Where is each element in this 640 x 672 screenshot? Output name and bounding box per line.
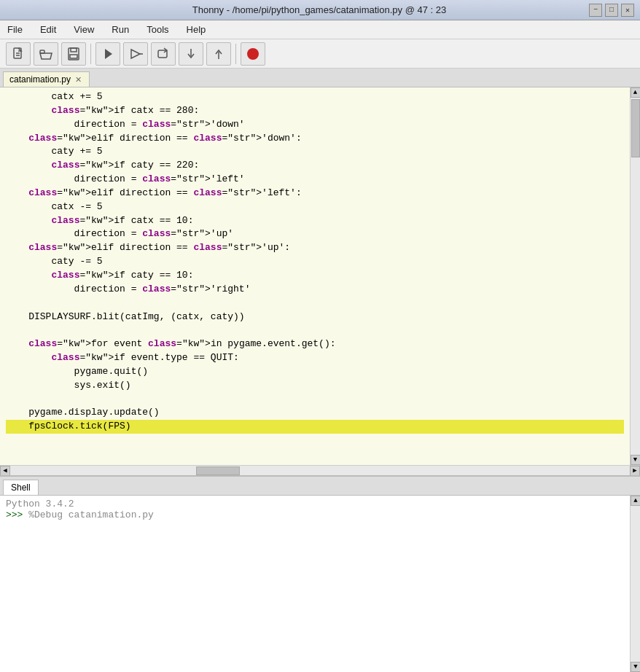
stop-button[interactable] <box>241 42 265 66</box>
code-line: class="kw">elif direction == class="str"… <box>6 241 624 255</box>
shell-prompt-line: >>> %Debug catanimation.py <box>6 509 624 520</box>
code-line <box>6 324 624 337</box>
code-line: direction = class="str">'down' <box>6 118 624 132</box>
toolbar-separator-1 <box>90 44 91 64</box>
menu-item-view[interactable]: View <box>71 23 97 36</box>
code-line: catx += 5 <box>6 90 624 104</box>
code-line: direction = class="str">'up' <box>6 227 624 241</box>
horizontal-scrollbar[interactable]: ◀ ▶ <box>0 465 640 475</box>
svg-point-13 <box>247 48 259 60</box>
minimize-button[interactable]: − <box>589 4 602 17</box>
code-line: class="kw">elif direction == class="str"… <box>6 132 624 146</box>
scroll-up-arrow[interactable]: ▲ <box>631 87 641 98</box>
menu-item-edit[interactable]: Edit <box>37 23 59 36</box>
svg-marker-7 <box>105 49 112 59</box>
code-line: caty -= 5 <box>6 255 624 269</box>
shell-tab-bar: Shell <box>0 477 640 496</box>
code-line: direction = class="str">'right' <box>6 283 624 297</box>
shell-panel: Shell Python 3.4.2 >>> %Debug catanimati… <box>0 475 640 672</box>
window-title: Thonny - /home/pi/python_games/catanimat… <box>50 4 589 15</box>
menu-item-help[interactable]: Help <box>184 23 209 36</box>
menu-item-tools[interactable]: Tools <box>144 23 171 36</box>
debug-button[interactable] <box>123 42 148 66</box>
shell-vscrollbar[interactable]: ▲ ▼ <box>630 496 640 672</box>
save-button[interactable] <box>61 42 86 66</box>
shell-tab[interactable]: Shell <box>3 480 39 495</box>
title-bar: Thonny - /home/pi/python_games/catanimat… <box>0 0 640 20</box>
scroll-left-arrow[interactable]: ◀ <box>0 466 10 476</box>
shell-scroll-up[interactable]: ▲ <box>631 496 640 506</box>
code-line: class="kw">if catx == 10: <box>6 214 624 228</box>
h-scroll-track <box>10 466 630 475</box>
shell-command: %Debug catanimation.py <box>23 509 153 520</box>
run-button[interactable] <box>95 42 120 66</box>
svg-rect-5 <box>71 48 77 52</box>
shell-content[interactable]: Python 3.4.2 >>> %Debug catanimation.py <box>0 496 630 672</box>
main-area: catanimation.py ✕ catx += 5 class="kw">i… <box>0 69 640 672</box>
h-scroll-thumb[interactable] <box>196 466 240 475</box>
editor-panel: catanimation.py ✕ catx += 5 class="kw">i… <box>0 69 640 475</box>
scroll-track <box>631 98 640 455</box>
code-line <box>6 393 624 407</box>
maximize-button[interactable]: □ <box>605 4 618 17</box>
code-line: class="kw">if event.type == QUIT: <box>6 351 624 365</box>
code-line: class="kw">if catx == 280: <box>6 104 624 118</box>
code-line <box>6 297 624 310</box>
code-line: fpsClock.tick(FPS) <box>6 420 624 434</box>
step-into-button[interactable] <box>179 42 203 66</box>
shell-scroll-down[interactable]: ▼ <box>631 662 640 672</box>
python-version: Python 3.4.2 <box>6 499 624 509</box>
menu-item-run[interactable]: Run <box>109 23 132 36</box>
code-line: DISPLAYSURF.blit(catImg, (catx, caty)) <box>6 310 624 324</box>
editor-tab[interactable]: catanimation.py ✕ <box>3 71 90 87</box>
tab-close-button[interactable]: ✕ <box>74 75 83 85</box>
code-line: caty += 5 <box>6 145 624 159</box>
toolbar <box>0 39 640 69</box>
code-line: pygame.quit() <box>6 365 624 379</box>
scroll-right-arrow[interactable]: ▶ <box>630 466 640 476</box>
code-line: class="kw">for event class="kw">in pygam… <box>6 337 624 351</box>
svg-rect-6 <box>70 55 77 58</box>
tab-bar: catanimation.py ✕ <box>0 69 640 87</box>
scroll-thumb[interactable] <box>631 99 640 157</box>
code-line: pygame.display.update() <box>6 406 624 420</box>
code-line: catx -= 5 <box>6 200 624 214</box>
scroll-down-arrow[interactable]: ▼ <box>631 455 641 465</box>
open-button[interactable] <box>34 42 58 66</box>
code-line: sys.exit() <box>6 379 624 393</box>
toolbar-separator-2 <box>235 44 236 64</box>
window-controls[interactable]: − □ ✕ <box>589 4 634 17</box>
tab-label: catanimation.py <box>9 74 71 85</box>
code-line: class="kw">if caty == 220: <box>6 159 624 173</box>
new-button[interactable] <box>6 42 31 66</box>
code-line: class="kw">elif direction == class="str"… <box>6 187 624 200</box>
code-line: direction = class="str">'left' <box>6 173 624 187</box>
svg-marker-8 <box>131 50 140 58</box>
shell-scroll-track <box>631 506 640 662</box>
step-out-button[interactable] <box>206 42 231 66</box>
vertical-scrollbar[interactable]: ▲ ▼ <box>630 87 640 465</box>
menu-bar: FileEditViewRunToolsHelp <box>0 20 640 39</box>
step-over-button[interactable] <box>151 42 176 66</box>
code-line: class="kw">if caty == 10: <box>6 269 624 283</box>
shell-prompt: >>> <box>6 509 23 520</box>
code-editor[interactable]: catx += 5 class="kw">if catx == 280: dir… <box>0 87 630 465</box>
close-button[interactable]: ✕ <box>621 4 634 17</box>
menu-item-file[interactable]: File <box>4 23 26 36</box>
